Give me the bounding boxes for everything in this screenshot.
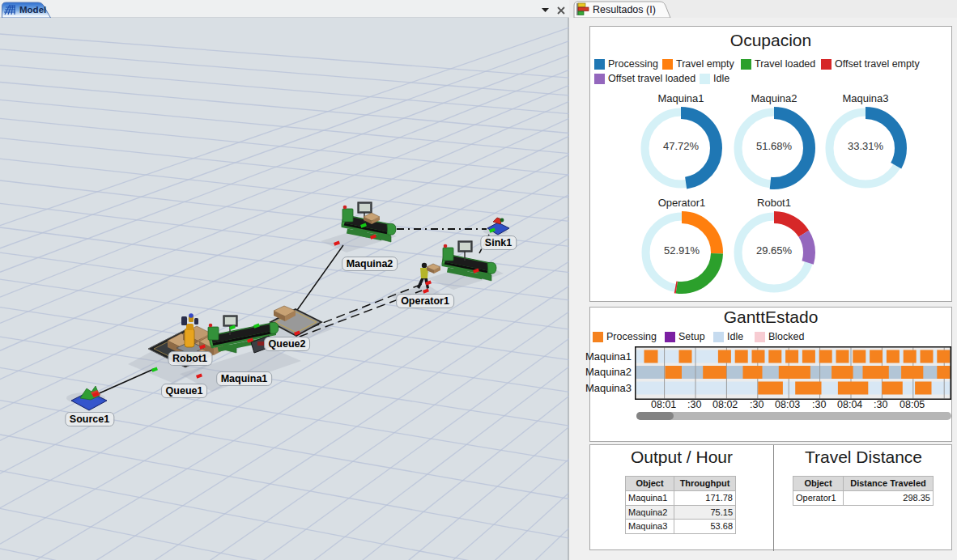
svg-text:Model: Model [19, 5, 46, 15]
svg-text:Resultados (I): Resultados (I) [593, 4, 656, 15]
